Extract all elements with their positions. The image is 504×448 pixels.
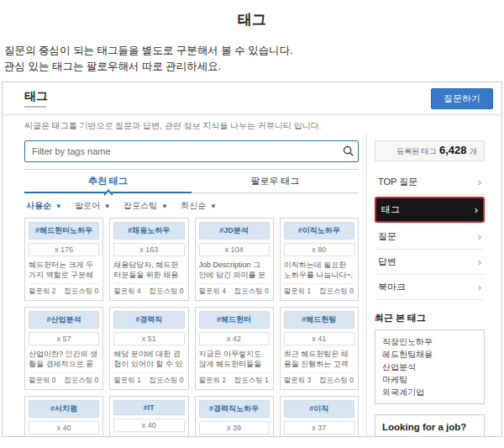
tag-usage-count: x 163	[113, 243, 184, 256]
sidebar-item-bookmarks[interactable]: 북마크›	[375, 275, 485, 300]
followers-count: 팔로워 3	[284, 376, 319, 386]
tag-name-button[interactable]: #경력직	[113, 311, 184, 329]
tag-usage-count: x 41	[284, 332, 354, 345]
followers-count: 팔로워 1	[284, 287, 319, 297]
tag-card: #ITx 40정보기술(IT, Information Technology)은…	[109, 396, 188, 437]
jobs-title: Looking for a job?	[382, 422, 477, 437]
sidebar-item-label: TOP 질문	[378, 176, 417, 188]
tag-name-button[interactable]: #JD분석	[199, 222, 270, 240]
tag-tabs: 추천 태그팔로우 태그	[24, 169, 359, 193]
sort-separator: ·	[116, 201, 118, 210]
recent-tag-item[interactable]: 산업분석	[382, 361, 477, 373]
tag-card: #헤드헌터x 42지금은 아무렇지도 않게 헤드헌터들을 받아들이지만…팔로워 …	[195, 307, 274, 390]
tag-card-footer: 팔로워 1잡포스팅 0	[113, 372, 184, 386]
sidebar-item-answers[interactable]: 답변›	[375, 250, 485, 275]
tag-name-button[interactable]: #이직	[284, 400, 354, 418]
tag-description: 최근 헤드헌팅은 채용을 진행하는 고객사의 요청에…	[284, 349, 354, 370]
tag-description: 채용담당자, 헤드헌터분들을 위한 채용노하우를 나눕니다~	[113, 260, 184, 281]
tag-usage-count: x 57	[29, 332, 99, 345]
followers-count: 팔로워 4	[113, 287, 149, 297]
registered-tags-unit: 개	[470, 147, 477, 155]
panel-body: 추천 태그팔로우 태그 사용순 ▼·팔로어 ▼·잡포스팅 ▼·최신순 ▼ #헤드…	[3, 134, 501, 437]
tag-name-button[interactable]: #IT	[113, 400, 184, 415]
tag-name-button[interactable]: #헤드헌터	[199, 311, 270, 329]
tag-card: #이직x 37이직은 왜 하는가? 이직할 의사가 있는가? 라는 질문에…팔로…	[280, 396, 359, 437]
tag-card: #JD분석x 104Job Description 그 안에 담긴 의미를 분석…	[195, 218, 274, 301]
tags-panel: 태그 질문하기 씨글은 태그를 기반으로 질문과 답변, 관련 정보 지식을 나…	[2, 82, 502, 437]
tag-usage-count: x 40	[29, 421, 99, 435]
recent-tags-title: 최근 본 태그	[375, 312, 485, 324]
tab-recommended-tags[interactable]: 추천 태그	[24, 170, 192, 193]
tag-name-button[interactable]: #경력직노하우	[199, 400, 270, 418]
followers-count: 팔로워 0	[29, 376, 64, 386]
chevron-right-icon: ›	[478, 256, 481, 267]
tag-name-button[interactable]: #헤드헌팅	[284, 311, 354, 329]
jobpostings-count: 잡포스팅 0	[64, 287, 99, 297]
tag-card-grid: #헤드헌터노하우x 176헤드헌터는 크게 두가지 역할로 구분해볼 수 있는데…	[24, 218, 359, 437]
tag-description: 지금은 아무렇지도 않게 헤드헌터들을 받아들이지만…	[199, 349, 270, 370]
tag-name-button[interactable]: #서치펌	[29, 400, 99, 418]
tag-card: #산업분석x 57산업이란? 인간의 생활을 경제적으로 풍요롭게 하기…팔로워…	[24, 307, 103, 390]
chevron-right-icon: ›	[478, 177, 481, 187]
tag-card: #경력직x 51해당 분야에 대한 경험이 있어야 할 수 있는 직업이나…팔로…	[109, 307, 188, 390]
tag-description: 정보기술(IT, Information Technology)은 전기 통신,…	[113, 435, 184, 437]
jobpostings-count: 잡포스팅 0	[234, 287, 270, 297]
sort-usage[interactable]: 사용순 ▼	[26, 200, 62, 212]
tag-name-button[interactable]: #산업분석	[29, 311, 99, 329]
jobs-section: Looking for a job? MD (Medical Doctor)국내…	[375, 414, 485, 437]
ask-question-button[interactable]: 질문하기	[431, 88, 493, 109]
sidebar-item-questions[interactable]: 질문›	[375, 224, 485, 250]
followers-count: 팔로워 4	[199, 287, 234, 297]
tab-follow-tags[interactable]: 팔로우 태그	[192, 170, 359, 193]
sidebar-item-tags[interactable]: 태그›	[375, 197, 485, 223]
tag-usage-count: x 37	[284, 421, 354, 435]
sidebar-item-label: 태그	[381, 203, 400, 216]
tag-description: 이직하는데 필요한 노하우를 나눕니다~, 이직은 정보싸움!	[284, 260, 354, 281]
chevron-right-icon: ›	[478, 282, 481, 293]
search-icon[interactable]	[338, 145, 358, 156]
tag-name-button[interactable]: #헤드헌터노하우	[29, 222, 99, 240]
tag-description: 헤드헌터는 크게 두가지 역할로 구분해볼 수 있는데…	[29, 260, 99, 281]
sidebar-item-label: 북마크	[378, 281, 406, 293]
tag-usage-count: x 80	[284, 243, 354, 256]
recent-tag-item[interactable]: 마케팅	[382, 373, 477, 386]
page-description: 질문의 중심이 되는 태그들을 별도로 구분해서 볼 수 있습니다. 관심 있는…	[4, 43, 504, 75]
tag-usage-count: x 42	[199, 332, 270, 345]
tag-name-button[interactable]: #채용노하우	[113, 222, 184, 240]
jobpostings-count: 잡포스팅 0	[149, 287, 184, 297]
sidebar-item-label: 질문	[378, 230, 396, 243]
sort-newest[interactable]: 최신순 ▼	[181, 200, 217, 212]
tag-card-footer: 팔로워 3잡포스팅 0	[284, 372, 354, 386]
sidebar: 등록된 태그 6,428 개 TOP 질문›태그›질문›답변›북마크› 최근 본…	[366, 134, 485, 437]
chevron-down-icon: ▼	[104, 203, 111, 210]
sidebar-item-top-questions[interactable]: TOP 질문›	[375, 170, 485, 195]
recent-tags-box: 직장인노하우헤드헌팅채용산업분석마케팅외국계기업	[375, 329, 485, 404]
sidebar-item-label: 답변	[378, 256, 396, 268]
page-description-line2: 관심 있는 태그는 팔로우해서 따로 관리하세요.	[4, 61, 221, 72]
tag-usage-count: x 176	[29, 243, 99, 256]
recent-tag-item[interactable]: 직장인노하우	[382, 335, 477, 348]
tag-card: #채용노하우x 163채용담당자, 헤드헌터분들을 위한 채용노하우를 나눕니다…	[109, 218, 188, 301]
search-input[interactable]	[25, 146, 338, 156]
sort-follower[interactable]: 팔로어 ▼	[75, 200, 111, 212]
recent-tag-item[interactable]: 외국계기업	[382, 386, 477, 398]
tag-description: Job Description 그 안에 담긴 의미를 분석해봅니다 채용…	[199, 260, 270, 281]
panel-title: 태그	[24, 89, 48, 108]
registered-tags-count: 6,428	[439, 144, 467, 156]
sidebar-menu: TOP 질문›태그›질문›답변›북마크›	[375, 170, 485, 300]
jobpostings-count: 잡포스팅 0	[319, 376, 354, 386]
tag-name-button[interactable]: #이직노하우	[284, 222, 354, 240]
chevron-down-icon: ▼	[210, 203, 217, 210]
page-title: 태그	[0, 10, 504, 29]
tag-card: #헤드헌터노하우x 176헤드헌터는 크게 두가지 역할로 구분해볼 수 있는데…	[24, 218, 103, 301]
recent-tag-item[interactable]: 헤드헌팅채용	[382, 348, 477, 361]
followers-count: 팔로워 2	[29, 287, 64, 297]
jobpostings-count: 잡포스팅 0	[64, 376, 99, 386]
sort-jobposting[interactable]: 잡포스팅 ▼	[123, 200, 168, 212]
panel-subtitle: 씨글은 태그를 기반으로 질문과 답변, 관련 정보 지식을 나누는 커뮤니티 …	[3, 115, 501, 134]
tag-card-footer: 팔로워 4잡포스팅 0	[199, 283, 270, 297]
sort-bar: 사용순 ▼·팔로어 ▼·잡포스팅 ▼·최신순 ▼	[24, 193, 359, 218]
tag-card-footer: 팔로워 1잡포스팅 0	[284, 283, 354, 297]
search-box	[24, 140, 359, 162]
registered-tags-badge: 등록된 태그 6,428 개	[375, 140, 485, 161]
